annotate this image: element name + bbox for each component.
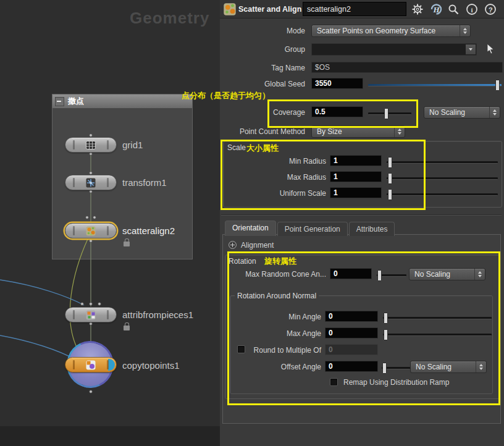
houdini-logo-icon: H: [429, 2, 443, 17]
houdini-window: Geometry 撒点: [0, 0, 504, 446]
node-label: attribfrompieces1: [122, 309, 193, 320]
offset-angle-field[interactable]: 0: [325, 361, 378, 372]
svg-text:H: H: [433, 5, 440, 14]
operator-title: Scatter and Align: [238, 0, 301, 19]
slider-handle[interactable]: [377, 270, 382, 281]
point-count-method-dropdown[interactable]: By Size: [311, 125, 405, 138]
group-field[interactable]: [311, 43, 477, 56]
slider-handle[interactable]: [384, 313, 388, 324]
attribfrompieces-node-icon: [86, 309, 96, 320]
uniform-scale-slider[interactable]: [387, 193, 498, 196]
grid-node-icon: [86, 140, 96, 150]
max-random-cone-field[interactable]: 0: [330, 268, 372, 279]
node-copytopoints1[interactable]: [65, 357, 117, 372]
network-bottom-strip: [0, 426, 220, 446]
slider-handle[interactable]: [388, 173, 392, 184]
svg-text:i: i: [471, 6, 473, 14]
node-transform1-body[interactable]: [65, 175, 117, 190]
round-to-multiple-label: Round to Multiple Of: [220, 343, 321, 357]
group-dropdown-button[interactable]: [466, 44, 476, 54]
node-label: copytopoints1: [122, 360, 180, 371]
offset-angle-slider[interactable]: [382, 367, 410, 369]
tab-attributes[interactable]: Attributes: [349, 222, 395, 236]
mode-dropdown[interactable]: Scatter Points on Geometry Surface: [311, 25, 471, 37]
node-scatteralign2[interactable]: [65, 223, 117, 238]
max-angle-field[interactable]: 0: [325, 327, 378, 339]
spinner-icon[interactable]: [489, 107, 500, 118]
remap-distribution-checkbox[interactable]: [330, 378, 338, 386]
node-name-input[interactable]: [303, 2, 406, 16]
min-angle-field[interactable]: 0: [325, 311, 378, 322]
node-grid1-body[interactable]: [65, 137, 117, 153]
copytopoints-node-icon: [86, 360, 96, 370]
node-attribfrompieces1-body[interactable]: [65, 307, 117, 322]
node-scatteralign2-body[interactable]: [65, 223, 117, 238]
max-angle-label: Max Angle: [220, 327, 321, 340]
tab-point-generation[interactable]: Point Generation: [277, 222, 348, 236]
round-to-multiple-field: 0: [325, 344, 378, 355]
operator-icon: [223, 2, 237, 16]
gear-icon[interactable]: [411, 3, 424, 15]
spinner-icon[interactable]: [476, 361, 486, 372]
min-angle-label: Min Angle: [220, 310, 321, 324]
global-seed-field[interactable]: 3550: [311, 78, 363, 89]
collapse-icon[interactable]: [55, 97, 64, 106]
help-icon[interactable]: ?: [484, 3, 497, 15]
search-icon[interactable]: [447, 3, 460, 15]
parameter-pane: Scatter and Align H: [220, 0, 504, 446]
slider-handle[interactable]: [384, 108, 388, 119]
slider-handle[interactable]: [388, 157, 392, 168]
spinner-icon[interactable]: [474, 269, 485, 280]
max-random-cone-scaling-dropdown[interactable]: No Scaling: [409, 268, 485, 280]
node-label: scatteralign2: [122, 225, 175, 236]
coverage-slider[interactable]: [368, 112, 411, 115]
coverage-field[interactable]: 0.5: [311, 106, 363, 117]
coverage-scaling-value: No Scaling: [429, 107, 487, 118]
expand-alignment-button[interactable]: [229, 241, 237, 249]
node-transform1[interactable]: [65, 175, 117, 190]
min-radius-slider[interactable]: [387, 161, 498, 164]
slider-handle[interactable]: [382, 363, 387, 374]
network-box-title: 撒点: [68, 96, 84, 107]
display-flag[interactable]: [108, 359, 115, 371]
coverage-scaling-dropdown[interactable]: No Scaling: [424, 106, 500, 119]
tab-orientation[interactable]: Orientation: [225, 221, 276, 236]
alignment-label: Alignment: [241, 240, 274, 251]
spinner-icon[interactable]: [460, 25, 470, 36]
slider-handle[interactable]: [384, 329, 388, 340]
max-radius-field[interactable]: 1: [330, 171, 382, 182]
node-attribfrompieces1[interactable]: [65, 307, 117, 322]
network-editor[interactable]: Geometry 撒点: [0, 0, 220, 446]
separator: [221, 214, 502, 216]
mode-label: Mode: [220, 24, 305, 38]
svg-text:?: ?: [489, 6, 493, 14]
max-radius-label: Max Radius: [220, 170, 326, 184]
uniform-scale-label: Uniform Scale: [220, 187, 326, 200]
offset-angle-scaling-dropdown[interactable]: No Scaling: [410, 361, 487, 373]
info-icon[interactable]: i: [466, 3, 478, 15]
node-grid1[interactable]: [65, 137, 117, 153]
network-box-titlebar[interactable]: 撒点: [52, 95, 192, 108]
min-angle-slider[interactable]: [383, 317, 492, 319]
node-copytopoints1-body[interactable]: [65, 357, 117, 372]
max-angle-slider[interactable]: [383, 334, 492, 336]
node-label: grid1: [122, 140, 143, 150]
max-random-cone-slider[interactable]: [377, 274, 406, 277]
spinner-icon[interactable]: [394, 126, 405, 137]
lock-icon: [124, 326, 130, 330]
slider-handle[interactable]: [388, 189, 392, 200]
tag-name-field[interactable]: $OS: [311, 62, 503, 73]
lock-icon: [124, 242, 130, 246]
global-seed-slider[interactable]: [368, 84, 502, 86]
group-label: Group: [220, 43, 305, 56]
slider-handle[interactable]: [495, 80, 500, 91]
global-seed-label: Global Seed: [220, 77, 305, 91]
select-geometry-arrow-icon[interactable]: [484, 43, 497, 55]
transform-node-icon: [86, 177, 96, 188]
min-radius-field[interactable]: 1: [330, 155, 382, 166]
uniform-scale-field[interactable]: 1: [330, 187, 382, 198]
tab-bar: Orientation Point Generation Attributes: [225, 221, 396, 236]
point-count-method-value: By Size: [317, 126, 392, 137]
node-label: transform1: [122, 177, 167, 188]
max-radius-slider[interactable]: [387, 177, 498, 180]
